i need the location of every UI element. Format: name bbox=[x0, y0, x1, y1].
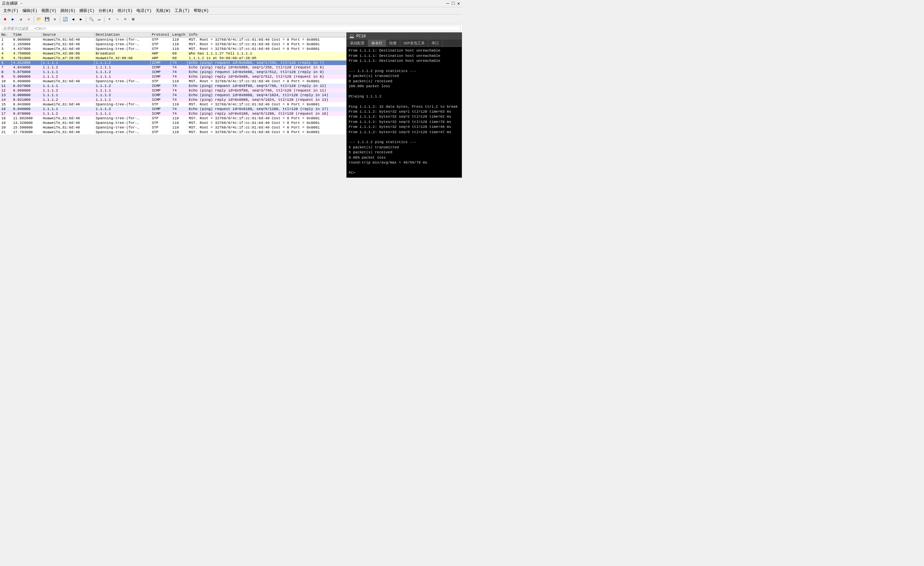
pc10-icon: 💻 bbox=[349, 34, 354, 39]
zoom-out-button[interactable]: − bbox=[114, 16, 121, 23]
close-file-button[interactable]: ✕ bbox=[51, 16, 58, 23]
menu-item[interactable]: 帮助(H) bbox=[192, 8, 211, 13]
pc10-tabs: 基础配置命令行组播UDP发包工具串口 bbox=[346, 40, 462, 47]
terminal-line: 0 packet(s) received bbox=[349, 79, 460, 84]
terminal-line: PC> bbox=[349, 171, 460, 175]
menu-item[interactable]: 编辑(E) bbox=[21, 8, 40, 13]
stop-button[interactable]: ■ bbox=[2, 16, 9, 23]
stop-capture-button[interactable]: ✕ bbox=[25, 16, 32, 23]
terminal-line: From 1.1.1.2: bytes=32 seq=1 ttl=128 tim… bbox=[349, 109, 460, 114]
pc10-title: PC10 bbox=[356, 34, 366, 39]
menu-item[interactable]: 统计(S) bbox=[116, 8, 135, 13]
col-no: No. bbox=[0, 32, 12, 37]
menu-item[interactable]: 无线(W) bbox=[154, 8, 173, 13]
open-button[interactable]: 📂 bbox=[35, 16, 43, 23]
titlebar: 正在捕获 - — □ ✕ bbox=[0, 0, 462, 7]
pc10-tab[interactable]: 基础配置 bbox=[346, 40, 368, 46]
terminal-line: From 1.1.1.1: Destination host unreachab… bbox=[349, 48, 460, 53]
terminal-line: 5 packet(s) transmitted bbox=[349, 145, 460, 150]
terminal-line: PC>ping 1.1.1.2 bbox=[349, 94, 460, 99]
col-protocol: Protocol bbox=[150, 32, 171, 37]
menu-item[interactable]: 电话(Y) bbox=[135, 8, 154, 13]
separator3 bbox=[86, 16, 86, 22]
terminal-line: From 1.1.1.2: bytes=32 seq=3 ttl=128 tim… bbox=[349, 120, 460, 124]
terminal-line: From 1.1.1.2: bytes=32 seq=5 ttl=128 tim… bbox=[349, 130, 460, 135]
terminal-line: 0.00% packet loss bbox=[349, 155, 460, 160]
terminal-line bbox=[349, 89, 460, 94]
terminal-line: From 1.1.1.1: Destination host unreachab… bbox=[349, 58, 460, 63]
minimize-button[interactable]: — bbox=[447, 1, 449, 6]
save-button[interactable]: 💾 bbox=[43, 16, 51, 23]
terminal-line bbox=[349, 99, 460, 104]
find-button[interactable]: 🔍 bbox=[88, 16, 95, 23]
pc10-panel: 💻 PC10 基础配置命令行组播UDP发包工具串口 From 1.1.1.1: … bbox=[346, 32, 462, 178]
col-length: Length bbox=[171, 32, 188, 37]
terminal-line bbox=[349, 64, 460, 69]
terminal-line: Ping 1.1.1.2: 32 data bytes, Press Ctrl_… bbox=[349, 105, 460, 109]
terminal-line: --- 1.1.1.2 ping statistics --- bbox=[349, 140, 460, 145]
filterbar bbox=[0, 24, 462, 32]
terminal-line: 5 packet(s) received bbox=[349, 150, 460, 155]
menu-item[interactable]: 跳转(G) bbox=[58, 8, 78, 13]
pc10-tab[interactable]: 组播 bbox=[386, 40, 400, 46]
close-button[interactable]: ✕ bbox=[458, 1, 460, 6]
pc10-titlebar: 💻 PC10 bbox=[346, 33, 462, 40]
col-source: Source bbox=[41, 32, 94, 37]
menu-item[interactable]: 分析(A) bbox=[96, 8, 116, 13]
filter-input[interactable] bbox=[2, 26, 460, 31]
layout-button[interactable]: ⊞ bbox=[129, 16, 137, 23]
menu-item[interactable]: 视图(V) bbox=[39, 8, 58, 13]
terminal-line bbox=[349, 165, 460, 170]
reload-button[interactable]: 🔄 bbox=[62, 16, 69, 23]
separator1 bbox=[34, 16, 34, 22]
menu-item[interactable]: 捕获(C) bbox=[77, 8, 96, 13]
pc10-tab[interactable]: 串口 bbox=[428, 40, 442, 46]
window-controls[interactable]: — □ ✕ bbox=[447, 1, 460, 6]
pc10-terminal[interactable]: From 1.1.1.1: Destination host unreachab… bbox=[346, 47, 462, 177]
start-button[interactable]: ▶ bbox=[9, 16, 16, 23]
menu-item[interactable]: 工具(T) bbox=[172, 8, 192, 13]
menu-item[interactable]: 文件(F) bbox=[2, 8, 21, 13]
terminal-line: 100.00% packet loss bbox=[349, 84, 460, 89]
restart-button[interactable]: ↺ bbox=[17, 16, 24, 23]
terminal-line: From 1.1.1.2: bytes=32 seq=2 ttl=128 tim… bbox=[349, 114, 460, 119]
pc10-tab[interactable]: UDP发包工具 bbox=[400, 40, 428, 46]
terminal-line: From 1.1.1.1: Destination host unreachab… bbox=[349, 54, 460, 58]
title-text: 正在捕获 - bbox=[2, 1, 22, 6]
terminal-line: From 1.1.1.2: bytes=32 seq=4 ttl=128 tim… bbox=[349, 124, 460, 130]
terminal-line: round-trip min/avg/max = 46/59/79 ms bbox=[349, 160, 460, 165]
terminal-line bbox=[349, 135, 460, 140]
menubar: 文件(F)编辑(E)视图(V)跳转(G)捕获(C)分析(A)统计(S)电话(Y)… bbox=[0, 7, 462, 15]
toolbar: ■ ▶ ↺ ✕ 📂 💾 ✕ 🔄 ◀ ▶ 🔍 ↵ + − = ⊞ bbox=[0, 15, 462, 24]
zoom-reset-button[interactable]: = bbox=[122, 16, 129, 23]
maximize-button[interactable]: □ bbox=[452, 1, 454, 6]
goto-button[interactable]: ↵ bbox=[96, 16, 103, 23]
terminal-line: 5 packet(s) transmitted bbox=[349, 74, 460, 79]
back-button[interactable]: ◀ bbox=[69, 16, 76, 23]
col-destination: Destination bbox=[94, 32, 150, 37]
col-time: Time bbox=[12, 32, 41, 37]
zoom-in-button[interactable]: + bbox=[106, 16, 113, 23]
forward-button[interactable]: ▶ bbox=[77, 16, 85, 23]
pc10-tab[interactable]: 命令行 bbox=[368, 40, 386, 46]
terminal-line: --- 1.1.1.2 ping statistics --- bbox=[349, 69, 460, 74]
